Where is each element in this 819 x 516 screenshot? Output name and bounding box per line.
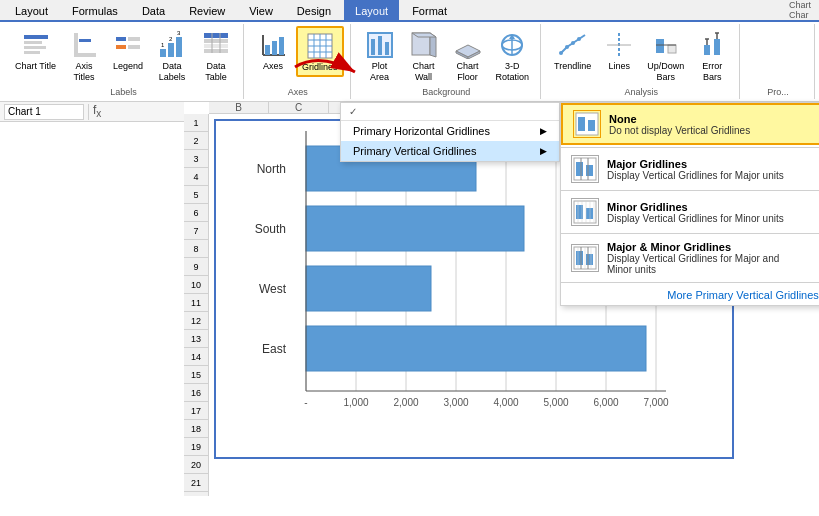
chart-wall-btn[interactable]: ChartWall (403, 26, 445, 86)
major-title: Major Gridlines (607, 158, 784, 170)
ribbon-right-label-2: Char (789, 10, 811, 20)
error-bars-label: ErrorBars (702, 61, 722, 83)
axes-group-label: Axes (288, 87, 308, 97)
trendline-btn[interactable]: Trendline (549, 26, 596, 75)
primary-vertical-gridlines-item[interactable]: Primary Vertical Gridlines (341, 141, 559, 161)
svg-text:7,000: 7,000 (643, 397, 668, 408)
data-table-btn[interactable]: DataTable (195, 26, 237, 86)
primary-v-gridlines-label: Primary Vertical Gridlines (353, 145, 476, 157)
svg-rect-0 (24, 35, 48, 39)
row-num-18: 18 (184, 420, 208, 438)
chart-title-label: Chart Title (15, 61, 56, 72)
none-gridlines-text: None Do not display Vertical Gridlines (609, 113, 750, 136)
group-axes: Axes Gridlines (246, 24, 351, 99)
tab-format[interactable]: Format (401, 0, 458, 20)
svg-point-50 (565, 45, 569, 49)
axis-titles-icon (68, 29, 100, 61)
svg-rect-59 (714, 39, 720, 55)
tab-layout-first[interactable]: Layout (4, 0, 59, 20)
gridlines-btn[interactable]: Gridlines (296, 26, 344, 77)
svg-text:6,000: 6,000 (593, 397, 618, 408)
name-box[interactable]: Chart 1 (4, 104, 84, 120)
row-num-5: 5 (184, 186, 208, 204)
up-down-bars-btn[interactable]: Up/DownBars (642, 26, 689, 86)
row-num-19: 19 (184, 438, 208, 456)
axes-label: Axes (263, 61, 283, 72)
axes-btn[interactable]: Axes (252, 26, 294, 75)
svg-rect-8 (128, 37, 140, 41)
tab-formulas[interactable]: Formulas (61, 0, 129, 20)
svg-text:3,000: 3,000 (443, 397, 468, 408)
primary-h-gridlines-label: Primary Horizontal Gridlines (353, 125, 490, 137)
svg-rect-55 (656, 39, 664, 53)
svg-rect-103 (586, 208, 593, 219)
svg-rect-18 (204, 39, 228, 43)
tab-design[interactable]: Design (286, 0, 342, 20)
svg-rect-74 (306, 206, 524, 251)
svg-rect-6 (79, 39, 91, 42)
up-down-bars-icon (650, 29, 682, 61)
svg-rect-17 (204, 33, 228, 38)
3d-rotation-btn[interactable]: 3-DRotation (491, 26, 535, 86)
svg-rect-13 (176, 37, 182, 57)
minor-gridlines-item[interactable]: Minor Gridlines Display Vertical Gridlin… (561, 193, 819, 231)
chart-floor-icon (452, 29, 484, 61)
row-num-17: 17 (184, 402, 208, 420)
plot-area-icon (364, 29, 396, 61)
none-gridlines-icon (573, 110, 601, 138)
col-header-b: B (209, 102, 269, 113)
svg-rect-95 (588, 120, 595, 131)
svg-rect-26 (272, 41, 277, 55)
axes-icon (257, 29, 289, 61)
primary-horizontal-gridlines-item[interactable]: Primary Horizontal Gridlines (341, 121, 559, 141)
group-analysis: Trendline Lines (543, 24, 740, 99)
lines-btn[interactable]: Lines (598, 26, 640, 75)
plot-area-btn[interactable]: PlotArea (359, 26, 401, 86)
axis-titles-btn[interactable]: AxisTitles (63, 26, 105, 86)
svg-rect-98 (586, 165, 593, 176)
formula-bar: Chart 1 fx (0, 102, 184, 122)
chart-floor-btn[interactable]: ChartFloor (447, 26, 489, 86)
row-num-10: 10 (184, 276, 208, 294)
svg-text:4,000: 4,000 (493, 397, 518, 408)
3d-rotation-label: 3-DRotation (496, 61, 530, 83)
legend-btn[interactable]: Legend (107, 26, 149, 75)
error-bars-icon (696, 29, 728, 61)
svg-rect-3 (24, 51, 40, 54)
chart-title-btn[interactable]: Chart Title (10, 26, 61, 75)
submenu-sep-1 (561, 147, 819, 148)
svg-text:North: North (257, 162, 286, 176)
major-minor-gridlines-item[interactable]: Major & Minor Gridlines Display Vertical… (561, 236, 819, 280)
svg-text:2: 2 (169, 36, 173, 42)
row-num-15: 15 (184, 366, 208, 384)
tab-layout-active[interactable]: Layout (344, 0, 399, 20)
chart-wall-icon (408, 29, 440, 61)
data-table-label: DataTable (205, 61, 227, 83)
more-options-link[interactable]: More Primary Vertical Gridlines Options.… (561, 285, 819, 305)
svg-text:3: 3 (177, 31, 181, 36)
submenu-sep-3 (561, 233, 819, 234)
chart-wall-label: ChartWall (413, 61, 435, 83)
tab-data[interactable]: Data (131, 0, 176, 20)
tab-review[interactable]: Review (178, 0, 236, 20)
svg-rect-7 (116, 37, 126, 41)
row-num-1: 1 (184, 114, 208, 132)
svg-text:2,000: 2,000 (393, 397, 418, 408)
data-labels-btn[interactable]: 1 2 3 DataLabels (151, 26, 193, 86)
svg-rect-111 (586, 254, 593, 265)
major-gridlines-item[interactable]: Major Gridlines Display Vertical Gridlin… (561, 150, 819, 188)
svg-rect-2 (24, 46, 46, 49)
col-header-c: C (269, 102, 329, 113)
tab-view[interactable]: View (238, 0, 284, 20)
row-num-9: 9 (184, 258, 208, 276)
svg-rect-27 (279, 37, 284, 55)
none-gridlines-item[interactable]: None Do not display Vertical Gridlines (561, 103, 819, 145)
major-gridlines-text: Major Gridlines Display Vertical Gridlin… (607, 158, 784, 181)
lines-label: Lines (608, 61, 630, 72)
svg-rect-78 (306, 326, 646, 371)
error-bars-btn[interactable]: ErrorBars (691, 26, 733, 86)
row-num-3: 3 (184, 150, 208, 168)
ribbon-right-label-1: Chart (789, 0, 811, 10)
chart-title-icon (20, 29, 52, 61)
svg-rect-10 (128, 45, 140, 49)
